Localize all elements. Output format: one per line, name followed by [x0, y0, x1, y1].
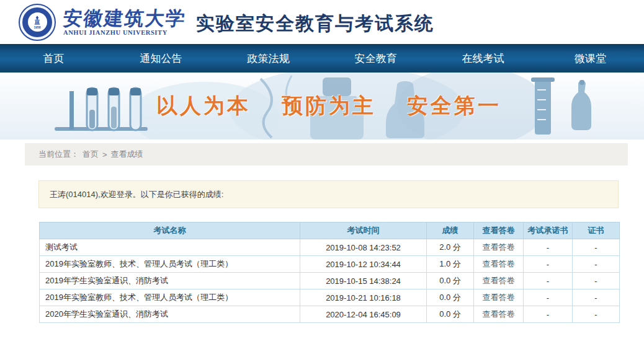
- view-answers-link[interactable]: 查看答卷: [483, 309, 515, 319]
- building-icon: [32, 15, 43, 26]
- university-seal-logo: 1958: [19, 4, 56, 41]
- breadcrumb-separator: >: [102, 150, 107, 159]
- slogan-phrase-2: 预防为主: [282, 92, 376, 120]
- exam-name-cell: 2019年学生实验室通识、消防考试: [40, 273, 300, 289]
- nav-item[interactable]: 在线考试: [429, 44, 537, 73]
- certificate-cell: -: [573, 306, 620, 323]
- scores-table: 考试名称考试时间成绩查看答卷考试承诺书证书 测试考试 2019-10-08 14…: [39, 222, 620, 323]
- score-cell: 0.0 分: [427, 273, 474, 289]
- university-names: 安徽建筑大学 ANHUI JIANZHU UNIVERSITY: [63, 8, 186, 37]
- column-header: 成绩: [427, 223, 474, 239]
- breadcrumb-home-link[interactable]: 首页: [83, 149, 99, 160]
- table-header-row: 考试名称考试时间成绩查看答卷考试承诺书证书: [40, 223, 620, 239]
- exam-name-cell: 测试考试: [40, 239, 300, 256]
- column-header: 考试时间: [300, 223, 427, 239]
- answers-cell: 查看答卷: [474, 306, 524, 323]
- certificate-cell: -: [573, 256, 620, 273]
- table-row: 测试考试 2019-10-08 14:23:52 2.0 分 查看答卷 - -: [40, 239, 620, 256]
- score-cell: 0.0 分: [427, 289, 474, 306]
- exam-name-cell: 2020年学生实验室通识、消防考试: [40, 306, 300, 323]
- exam-time-cell: 2019-10-21 10:16:18: [300, 289, 427, 306]
- view-answers-link[interactable]: 查看答卷: [483, 293, 515, 302]
- score-cell: 2.0 分: [427, 239, 474, 256]
- certificate-cell: -: [573, 273, 620, 289]
- column-header: 考试承诺书: [524, 223, 573, 239]
- answers-cell: 查看答卷: [474, 289, 524, 306]
- view-answers-link[interactable]: 查看答卷: [483, 276, 515, 285]
- nav-item[interactable]: 通知公告: [107, 44, 215, 73]
- certificate-cell: -: [573, 239, 620, 256]
- seal-ring: 1958: [22, 7, 52, 37]
- commitment-cell: -: [524, 306, 573, 323]
- exam-time-cell: 2019-10-15 14:38:24: [300, 273, 427, 289]
- nav-item[interactable]: 政策法规: [215, 44, 322, 73]
- breadcrumb: 当前位置： 首页 > 查看成绩: [25, 143, 628, 166]
- exam-time-cell: 2020-12-04 16:45:09: [300, 306, 427, 323]
- view-answers-link[interactable]: 查看答卷: [483, 259, 515, 268]
- score-cell: 0.0 分: [427, 306, 474, 323]
- commitment-cell: -: [524, 289, 573, 306]
- answers-cell: 查看答卷: [474, 273, 524, 289]
- page-title: 实验室安全教育与考试系统: [196, 11, 434, 37]
- slogan-phrase-1: 以人为本: [156, 92, 251, 120]
- exam-time-cell: 2019-10-12 10:34:44: [300, 256, 427, 273]
- column-header: 证书: [573, 223, 620, 239]
- breadcrumb-current: 查看成绩: [111, 149, 143, 160]
- certificate-cell: -: [573, 289, 620, 306]
- table-row: 2019年实验室教师、技术、管理人员考试（理工类） 2019-10-12 10:…: [40, 256, 620, 273]
- exam-name-cell: 2019年实验室教师、技术、管理人员考试（理工类）: [40, 289, 300, 306]
- main-nav: 首页通知公告政策法规安全教育在线考试微课堂: [0, 44, 644, 73]
- table-row: 2020年学生实验室通识、消防考试 2020-12-04 16:45:09 0.…: [40, 306, 620, 323]
- welcome-message: 王涛(014014),欢迎登录。以下是你已获得的成绩:: [50, 189, 223, 200]
- scores-table-body: 测试考试 2019-10-08 14:23:52 2.0 分 查看答卷 - - …: [40, 239, 620, 323]
- exam-name-cell: 2019年实验室教师、技术、管理人员考试（理工类）: [40, 256, 300, 273]
- nav-item[interactable]: 微课堂: [537, 44, 644, 73]
- table-row: 2019年实验室教师、技术、管理人员考试（理工类） 2019-10-21 10:…: [40, 289, 620, 306]
- nav-item[interactable]: 安全教育: [322, 44, 429, 73]
- banner: 以人为本 预防为主 安全第一: [0, 73, 644, 139]
- banner-slogan: 以人为本 预防为主 安全第一: [156, 92, 501, 120]
- page: 1958 安徽建筑大学 ANHUI JIANZHU UNIVERSITY 实验室…: [0, 0, 644, 362]
- commitment-cell: -: [524, 239, 573, 256]
- column-header: 考试名称: [40, 223, 300, 239]
- score-cell: 1.0 分: [427, 256, 474, 273]
- welcome-box: 王涛(014014),欢迎登录。以下是你已获得的成绩:: [38, 180, 619, 208]
- answers-cell: 查看答卷: [474, 256, 524, 273]
- view-answers-link[interactable]: 查看答卷: [483, 242, 515, 252]
- university-name-cn: 安徽建筑大学: [62, 8, 187, 29]
- answers-cell: 查看答卷: [474, 239, 524, 256]
- table-row: 2019年学生实验室通识、消防考试 2019-10-15 14:38:24 0.…: [40, 273, 620, 289]
- slogan-phrase-3: 安全第一: [407, 92, 501, 120]
- column-header: 查看答卷: [474, 223, 524, 239]
- nav-item[interactable]: 首页: [0, 44, 107, 73]
- site-header: 1958 安徽建筑大学 ANHUI JIANZHU UNIVERSITY 实验室…: [0, 0, 644, 44]
- breadcrumb-prefix: 当前位置：: [38, 149, 79, 160]
- exam-time-cell: 2019-10-08 14:23:52: [300, 239, 427, 256]
- commitment-cell: -: [524, 256, 573, 273]
- commitment-cell: -: [524, 273, 573, 289]
- university-name-en: ANHUI JIANZHU UNIVERSITY: [63, 29, 186, 36]
- seal-year: 1958: [34, 26, 40, 29]
- seal-center: 1958: [28, 12, 47, 32]
